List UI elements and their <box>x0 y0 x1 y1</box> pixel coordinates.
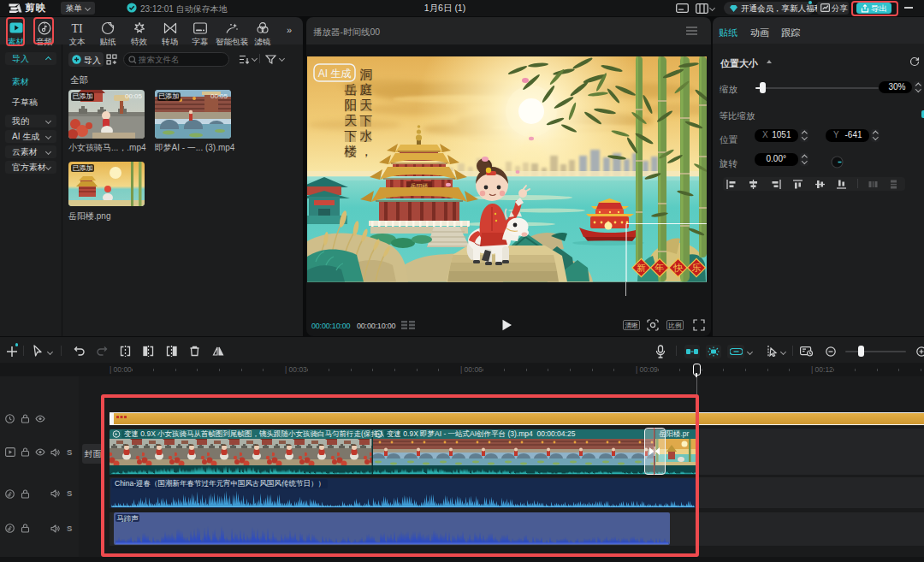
svg-text:水: 水 <box>359 129 372 143</box>
svg-text:快: 快 <box>672 263 684 273</box>
svg-text:楼: 楼 <box>343 145 357 158</box>
svg-text:岳: 岳 <box>344 83 357 97</box>
svg-text:庭: 庭 <box>359 83 372 97</box>
svg-text:阳: 阳 <box>344 98 357 112</box>
svg-text:新: 新 <box>637 263 646 273</box>
svg-text:，: ， <box>359 145 372 158</box>
svg-text:下: 下 <box>359 114 372 127</box>
svg-text:AI 生成: AI 生成 <box>317 68 351 80</box>
svg-text:天: 天 <box>344 114 357 127</box>
svg-text:天: 天 <box>359 98 372 112</box>
svg-text:TI: TI <box>71 22 83 35</box>
svg-text:下: 下 <box>344 129 357 143</box>
svg-text:洞: 洞 <box>359 68 372 81</box>
svg-text:乐: 乐 <box>691 263 701 273</box>
svg-text:年: 年 <box>654 263 664 273</box>
